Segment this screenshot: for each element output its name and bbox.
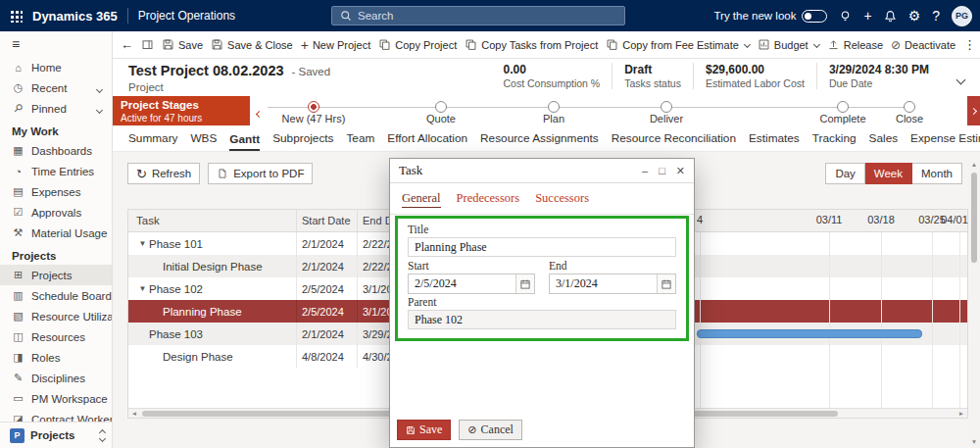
bpf-collapse-chevron-icon[interactable]	[257, 106, 262, 120]
export-pdf-button[interactable]: Export to PDF	[208, 163, 313, 184]
sidebar-item-roles[interactable]: ◨Roles	[0, 347, 112, 368]
tab-resource-assignments[interactable]: Resource Assignments	[480, 131, 599, 151]
maximize-icon[interactable]: □	[659, 165, 665, 177]
stage-label-quote: Quote	[426, 113, 456, 124]
sidebar-item-time-entries[interactable]: ◔Time Entries	[0, 161, 112, 181]
gear-icon[interactable]: ⚙	[908, 9, 921, 23]
new-look-toggle[interactable]	[802, 10, 827, 23]
sidebar-item-recent[interactable]: ◷ Recent	[0, 77, 112, 98]
tab-tracking[interactable]: Tracking	[812, 131, 857, 151]
gantt-bar-phase-103[interactable]	[697, 329, 922, 338]
sidebar-item-label: Resources	[31, 331, 85, 343]
new-project-button[interactable]: +New Project	[297, 34, 374, 56]
refresh-button[interactable]: ↻Refresh	[127, 163, 200, 184]
chevron-down-icon	[97, 82, 102, 94]
save-button[interactable]: Save	[397, 420, 451, 440]
end-date-input[interactable]: 3/1/2024	[549, 274, 676, 294]
start-date-input[interactable]: 2/5/2024	[408, 274, 535, 294]
active-stage-box[interactable]: Project Stages Active for 47 hours	[113, 96, 250, 125]
minimize-icon[interactable]: –	[642, 165, 648, 177]
tab-effort-allocation[interactable]: Effort Allocation	[387, 131, 467, 151]
tab-team[interactable]: Team	[346, 131, 374, 151]
back-button[interactable]: ←	[117, 34, 137, 56]
stage-dot-close[interactable]	[904, 101, 915, 113]
add-icon[interactable]: +	[863, 9, 871, 23]
expand-caret-icon[interactable]: ▼	[136, 284, 149, 293]
sidebar-item-schedule-board[interactable]: ▥Schedule Board	[0, 285, 112, 306]
material-usage-icon: ⚒	[12, 226, 24, 239]
expand-caret-icon[interactable]: ▼	[136, 239, 149, 248]
header-expand-chevron-icon[interactable]	[957, 73, 964, 86]
sidebar-item-pinned[interactable]: ⚲ Pinned	[0, 98, 112, 119]
release-button[interactable]: Release	[823, 34, 887, 56]
sidebar-item-expenses[interactable]: ▤Expenses	[0, 181, 112, 202]
help-icon[interactable]: ?	[932, 9, 940, 23]
week-view-button[interactable]: Week	[865, 163, 912, 184]
area-switcher-icon[interactable]	[100, 430, 105, 441]
scroll-up-arrow-icon[interactable]: ▲	[971, 161, 977, 168]
stage-dot-plan[interactable]	[548, 101, 560, 113]
area-switcher[interactable]: P Projects	[0, 422, 113, 448]
close-icon[interactable]: ✕	[676, 165, 685, 177]
calendar-icon[interactable]	[515, 274, 534, 293]
resource-utilization-icon: ▧	[12, 310, 24, 323]
hamburger-menu-icon[interactable]: ≡	[0, 31, 112, 57]
tab-expense-estimates[interactable]: Expense Estimates	[910, 131, 980, 151]
sidebar-item-material-usage[interactable]: ⚒Material Usage	[0, 223, 112, 243]
tab-estimates[interactable]: Estimates	[749, 131, 800, 151]
more-commands-icon[interactable]: ⋮	[959, 34, 980, 56]
tab-sales[interactable]: Sales	[869, 131, 899, 151]
title-input[interactable]: Planning Phase	[408, 237, 676, 257]
dialog-tab-general[interactable]: General	[402, 191, 441, 208]
sidebar-item-disciplines[interactable]: ✎Disciplines	[0, 368, 112, 388]
copy-fee-estimate-button[interactable]: Copy from Fee Estimate	[602, 34, 754, 56]
record-header: Test Project 08.02.2023 - Saved Project …	[113, 59, 980, 96]
save-button[interactable]: Save	[158, 34, 207, 56]
stage-dot-complete[interactable]	[837, 101, 849, 113]
month-view-button[interactable]: Month	[912, 163, 962, 184]
side-pane-icon[interactable]	[137, 34, 158, 56]
sidebar-item-resource-utilization[interactable]: ▧Resource Utilization	[0, 306, 112, 326]
stage-dot-new[interactable]	[308, 101, 319, 113]
copy-tasks-button[interactable]: Copy Tasks from Project	[461, 34, 602, 56]
budget-button[interactable]: Budget	[754, 34, 823, 56]
bpf-next-stage-chevron-icon[interactable]	[967, 96, 980, 125]
cancel-button[interactable]: ⊘Cancel	[459, 420, 522, 440]
stage-dot-quote[interactable]	[435, 101, 447, 113]
tab-gantt[interactable]: Gantt	[229, 132, 260, 152]
scroll-down-arrow-icon[interactable]: ▼	[971, 438, 977, 445]
save-and-close-button[interactable]: Save & Close	[207, 34, 297, 56]
timeline-gridline	[932, 232, 933, 409]
copy-project-button[interactable]: Copy Project	[374, 34, 461, 56]
stage-dot-deliver[interactable]	[661, 101, 672, 113]
title-field-label: Title	[408, 224, 676, 235]
column-header-start-date[interactable]: Start Date	[297, 210, 358, 231]
user-avatar[interactable]: PG	[952, 6, 972, 26]
sidebar-item-resources[interactable]: ◫Resources	[0, 326, 112, 347]
deactivate-button[interactable]: ⊘Deactivate	[887, 34, 959, 56]
scroll-left-arrow-icon[interactable]: ◄	[128, 410, 140, 417]
tab-subprojects[interactable]: Subprojects	[272, 131, 333, 151]
calendar-icon[interactable]	[657, 274, 675, 293]
vertical-scroll-thumb[interactable]	[971, 173, 977, 263]
day-view-button[interactable]: Day	[825, 163, 864, 184]
parent-lookup-field[interactable]: Phase 102	[408, 310, 676, 329]
tab-wbs[interactable]: WBS	[190, 131, 217, 151]
sidebar-item-projects[interactable]: ⊞Projects	[0, 265, 112, 285]
sidebar-item-pm-workspace[interactable]: ▭PM Workspace	[0, 388, 112, 409]
bell-icon[interactable]	[884, 10, 897, 23]
sidebar-item-home[interactable]: ⌂ Home	[0, 57, 112, 77]
waffle-menu-icon[interactable]	[10, 10, 23, 23]
scroll-right-arrow-icon[interactable]: ►	[956, 410, 967, 417]
app-area-label[interactable]: Project Operations	[138, 9, 235, 23]
sidebar-item-approvals[interactable]: ☑Approvals	[0, 202, 112, 223]
search-input[interactable]: Search	[331, 6, 625, 25]
dialog-tab-predecessors[interactable]: Predecessors	[457, 191, 520, 208]
tab-summary[interactable]: Summary	[128, 131, 177, 151]
tab-resource-reconciliation[interactable]: Resource Reconciliation	[612, 131, 736, 151]
lightbulb-icon[interactable]	[839, 10, 852, 23]
column-header-task[interactable]: Task	[128, 210, 297, 231]
vertical-scrollbar[interactable]: ▲ ▼	[968, 158, 980, 448]
dialog-tab-successors[interactable]: Successors	[535, 191, 589, 208]
sidebar-item-dashboards[interactable]: ▦Dashboards	[0, 140, 112, 161]
